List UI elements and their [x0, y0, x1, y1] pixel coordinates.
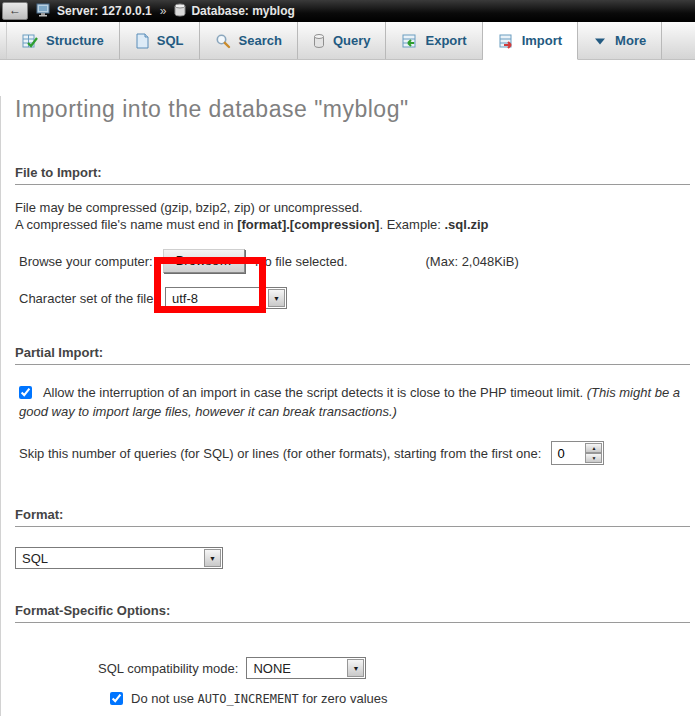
format-select[interactable]: SQL ▼ [15, 547, 223, 569]
hint-line2-mid: . Example: [379, 217, 444, 232]
sql-compatibility-value: NONE [247, 661, 297, 676]
max-upload-size: (Max: 2,048KiB) [426, 254, 519, 269]
sql-page-icon [135, 33, 149, 49]
tab-structure[interactable]: Structure [6, 22, 120, 59]
browse-row: Browse your computer: Browse… No file se… [19, 249, 691, 273]
breadcrumb-server[interactable]: Server: 127.0.0.1 [57, 4, 152, 18]
tab-label: Query [333, 33, 371, 48]
section-heading-format-specific-options: Format-Specific Options: [15, 603, 690, 623]
database-icon [174, 3, 186, 20]
auto-increment-row: Do not use AUTO_INCREMENT for zero value… [110, 691, 691, 706]
sql-compatibility-label: SQL compatibility mode: [98, 661, 238, 676]
hint-format-compression: [format].[compression] [237, 217, 379, 232]
tab-query[interactable]: Query [298, 22, 387, 59]
import-icon [498, 33, 514, 49]
charset-value: utf-8 [166, 291, 204, 306]
breadcrumb-bar: ← Server: 127.0.0.1 » Database: myblog [0, 0, 695, 22]
spinner-down-button[interactable]: ▼ [585, 453, 602, 463]
skip-queries-row: Skip this number of queries (for SQL) or… [19, 441, 691, 465]
page-title: Importing into the database "myblog" [15, 96, 691, 123]
tab-more[interactable]: More [578, 22, 662, 59]
tab-label: Structure [46, 33, 104, 48]
dropdown-arrow-icon: ▼ [204, 549, 221, 567]
spinner-up-button[interactable]: ▲ [585, 443, 602, 453]
auto-increment-checkbox[interactable] [110, 692, 123, 705]
hint-line1: File may be compressed (gzip, bzip2, zip… [15, 200, 363, 215]
auto-increment-label: Do not use AUTO_INCREMENT for zero value… [131, 691, 388, 706]
tab-label: Search [239, 33, 282, 48]
tab-label: Export [425, 33, 466, 48]
section-heading-partial-import: Partial Import: [15, 345, 690, 365]
autoinc-prefix: Do not use [131, 691, 198, 706]
sql-compatibility-select[interactable]: NONE ▼ [246, 657, 366, 679]
charset-select[interactable]: utf-8 ▼ [165, 287, 287, 309]
hint-example: .sql.zip [444, 217, 488, 232]
sql-compatibility-row: SQL compatibility mode: NONE ▼ [98, 657, 691, 679]
dropdown-arrow-icon: ▼ [268, 289, 285, 307]
breadcrumb: Server: 127.0.0.1 » Database: myblog [36, 3, 295, 20]
query-database-icon [313, 33, 325, 49]
allow-interrupt-label: Allow the interruption of an import in c… [43, 385, 583, 400]
autoinc-code: AUTO_INCREMENT [198, 692, 299, 706]
skip-queries-input-wrap: ▲ ▼ [551, 441, 604, 465]
tab-sql[interactable]: SQL [120, 22, 200, 59]
chevron-down-icon [593, 34, 607, 48]
browse-button[interactable]: Browse… [163, 249, 245, 273]
server-icon [36, 3, 52, 20]
tab-label: SQL [157, 33, 184, 48]
breadcrumb-separator: » [160, 4, 167, 18]
hint-line2-prefix: A compressed file's name must end in [15, 217, 237, 232]
allow-interrupt-row: Allow the interruption of an import in c… [19, 383, 691, 421]
tab-label: Import [522, 33, 562, 48]
section-heading-file-to-import: File to Import: [15, 165, 690, 185]
import-page: Importing into the database "myblog" Fil… [0, 96, 695, 716]
breadcrumb-database[interactable]: Database: myblog [191, 4, 294, 18]
autoinc-suffix: for zero values [299, 691, 388, 706]
back-button[interactable]: ← [2, 2, 28, 20]
structure-table-icon [22, 33, 38, 49]
tab-import[interactable]: Import [483, 22, 578, 60]
skip-queries-label: Skip this number of queries (for SQL) or… [19, 446, 541, 461]
browse-label: Browse your computer: [19, 254, 153, 269]
tab-bar: Structure SQL Search Query Export Import [0, 22, 695, 60]
format-value: SQL [16, 551, 54, 566]
number-spinner: ▲ ▼ [585, 443, 602, 463]
tab-search[interactable]: Search [200, 22, 298, 59]
search-icon [215, 33, 231, 49]
no-file-selected-text: No file selected. [255, 254, 348, 269]
compression-hint: File may be compressed (gzip, bzip2, zip… [15, 199, 691, 233]
export-icon [401, 33, 417, 49]
charset-row: Character set of the file: utf-8 ▼ [19, 287, 691, 309]
charset-label: Character set of the file: [19, 291, 157, 306]
section-heading-format: Format: [15, 507, 690, 527]
dropdown-arrow-icon: ▼ [347, 659, 364, 677]
tab-label: More [615, 33, 646, 48]
skip-queries-input[interactable] [552, 442, 584, 464]
tab-export[interactable]: Export [386, 22, 482, 59]
allow-interrupt-checkbox[interactable] [19, 386, 32, 399]
